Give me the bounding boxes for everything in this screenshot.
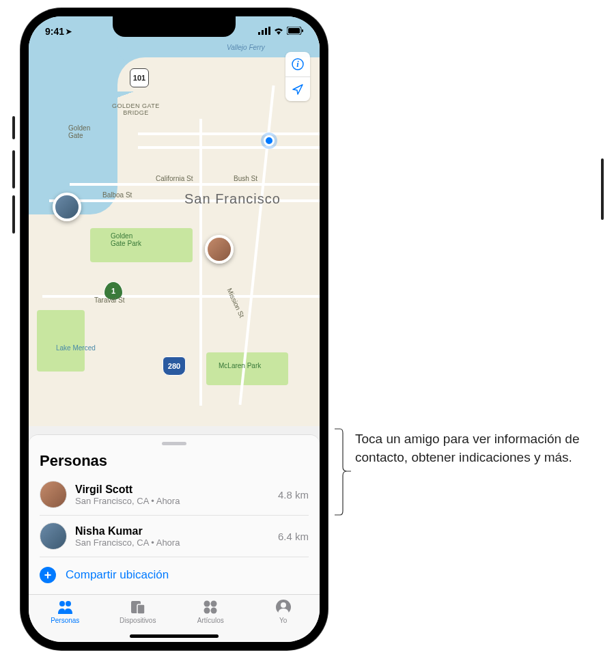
share-location-button[interactable]: + Compartir ubicación: [40, 557, 309, 590]
svg-text:i: i: [296, 59, 299, 69]
items-icon: [201, 599, 219, 615]
sheet-title: Personas: [40, 452, 309, 470]
highway-101-shield: 101: [130, 68, 149, 87]
map-info-button[interactable]: i: [285, 52, 310, 76]
tab-label: Yo: [279, 617, 287, 624]
svg-rect-6: [302, 29, 303, 32]
svg-point-10: [66, 601, 71, 606]
avatar: [40, 522, 67, 550]
map-label-gg-park: Golden Gate Park: [111, 232, 141, 247]
svg-point-14: [211, 601, 217, 607]
me-icon: [275, 599, 292, 615]
person-row[interactable]: Virgil Scott San Francisco, CA • Ahora 4…: [40, 474, 309, 516]
notch: [113, 16, 236, 37]
map-label-lake-merced: Lake Merced: [56, 344, 96, 352]
svg-rect-2: [265, 28, 267, 35]
map[interactable]: 101 1 280 San Francisco Golden Gate GOLD…: [29, 16, 320, 426]
svg-rect-5: [288, 28, 300, 33]
avatar: [40, 481, 67, 508]
tab-devices[interactable]: Dispositivos: [102, 599, 175, 624]
person-sub: San Francisco, CA • Ahora: [75, 537, 270, 548]
tab-people[interactable]: Personas: [29, 599, 102, 624]
person-name: Nisha Kumar: [75, 525, 270, 537]
people-sheet[interactable]: Personas Virgil Scott San Francisco, CA …: [29, 435, 320, 594]
plus-icon: +: [40, 567, 56, 583]
home-indicator[interactable]: [130, 634, 219, 638]
map-label-mission: Mission St: [225, 287, 245, 318]
map-label-bush: Bush St: [234, 175, 257, 182]
svg-rect-3: [268, 27, 270, 35]
svg-rect-1: [262, 30, 264, 35]
location-services-icon: ➤: [66, 27, 72, 36]
tab-label: Artículos: [197, 617, 224, 624]
map-label-mclaren: McLaren Park: [219, 362, 261, 369]
tab-label: Dispositivos: [120, 617, 156, 624]
share-location-label: Compartir ubicación: [66, 568, 169, 582]
cellular-icon: [258, 26, 270, 37]
person-name: Virgil Scott: [75, 484, 270, 496]
svg-point-9: [59, 601, 65, 606]
devices-icon: [129, 599, 147, 615]
screen: 9:41 ➤: [29, 16, 320, 642]
map-city-label: San Francisco: [184, 191, 281, 207]
battery-icon: [287, 26, 303, 37]
person-distance: 4.8 km: [278, 489, 309, 501]
svg-point-15: [204, 608, 210, 614]
map-label-ferry: Vallejo Ferry: [227, 44, 265, 51]
wifi-icon: [273, 26, 284, 37]
map-pin-virgil[interactable]: [205, 235, 234, 264]
map-overlay: 101 1 280 San Francisco Golden Gate GOLD…: [29, 16, 320, 426]
person-row[interactable]: Nisha Kumar San Francisco, CA • Ahora 6.…: [40, 516, 309, 557]
map-label-california: California St: [156, 175, 193, 182]
svg-point-13: [204, 601, 210, 607]
svg-rect-0: [258, 32, 260, 35]
map-label-taraval: Taraval St: [94, 296, 124, 304]
map-label-golden-gate: Golden Gate: [68, 124, 90, 139]
sheet-grabber[interactable]: [162, 442, 186, 445]
map-label-balboa: Balboa St: [102, 191, 132, 199]
tab-items[interactable]: Artículos: [174, 599, 247, 624]
tab-label: Personas: [51, 617, 79, 624]
people-icon: [56, 599, 74, 615]
svg-point-18: [281, 602, 286, 608]
svg-point-16: [211, 608, 217, 614]
map-controls: i: [285, 52, 310, 101]
person-distance: 6.4 km: [278, 531, 309, 542]
map-pin-nisha[interactable]: [53, 193, 81, 221]
tab-me[interactable]: Yo: [247, 599, 320, 624]
user-location-dot: [264, 135, 275, 146]
phone-frame: 9:41 ➤: [20, 8, 328, 650]
map-label-gg-bridge: GOLDEN GATE BRIDGE: [112, 102, 160, 116]
callout-text: Toca un amigo para ver información de co…: [355, 430, 601, 466]
svg-rect-12: [137, 604, 145, 614]
map-locate-button[interactable]: [285, 76, 310, 101]
person-sub: San Francisco, CA • Ahora: [75, 496, 270, 506]
callout-bracket: [333, 428, 351, 516]
status-time: 9:41: [45, 26, 64, 37]
highway-280-shield: 280: [163, 356, 186, 376]
